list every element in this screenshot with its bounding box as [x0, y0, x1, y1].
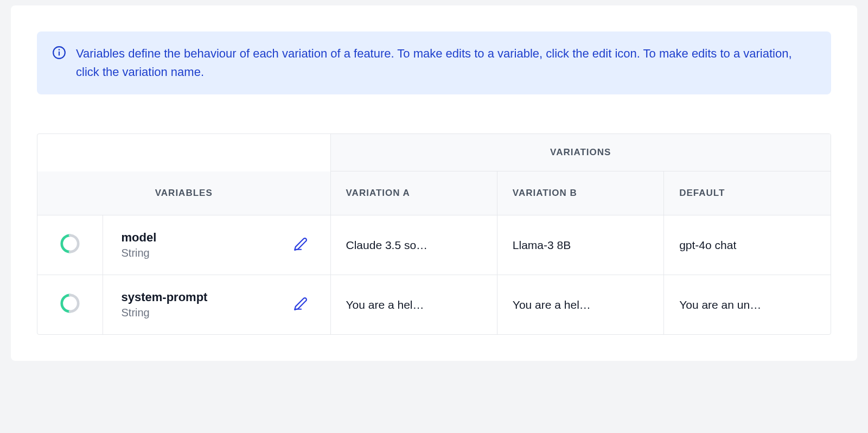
variable-type: String — [122, 247, 256, 259]
variable-value-variation-b[interactable]: You are a hel… — [497, 275, 663, 335]
svg-point-2 — [59, 49, 60, 50]
info-banner-text: Variables define the behaviour of each v… — [76, 44, 816, 81]
variable-name: system-prompt — [122, 290, 256, 304]
variable-type-icon-cell — [37, 275, 103, 335]
variations-group-header: VARIATIONS — [330, 134, 831, 171]
edit-variable-button[interactable] — [290, 294, 311, 316]
variable-type: String — [122, 307, 256, 319]
variable-type-icon-cell — [37, 215, 103, 275]
table-row: model String Clau — [37, 215, 831, 275]
variable-value-default[interactable]: You are an un… — [664, 275, 831, 335]
variable-name-cell: model String — [103, 215, 271, 275]
variable-name-cell: system-prompt String — [103, 275, 271, 335]
string-type-icon — [60, 233, 80, 257]
variables-header: VARIABLES — [37, 171, 330, 215]
variable-value-variation-a[interactable]: Claude 3.5 so… — [330, 215, 497, 275]
info-banner: Variables define the behaviour of each v… — [37, 31, 831, 94]
info-icon — [52, 46, 66, 62]
variables-table: VARIATIONS VARIABLES VARIATION A VARIATI… — [37, 133, 831, 335]
column-header-variation-b[interactable]: VARIATION B — [497, 171, 663, 215]
variable-value-variation-b[interactable]: Llama-3 8B — [497, 215, 663, 275]
variable-name: model — [122, 231, 256, 245]
table-row: system-prompt String — [37, 275, 831, 335]
variables-panel: Variables define the behaviour of each v… — [11, 5, 857, 361]
edit-variable-button[interactable] — [290, 234, 311, 256]
variable-value-variation-a[interactable]: You are a hel… — [330, 275, 497, 335]
string-type-icon — [60, 293, 80, 316]
variable-value-default[interactable]: gpt-4o chat — [664, 215, 831, 275]
column-header-variation-a[interactable]: VARIATION A — [330, 171, 497, 215]
column-header-default[interactable]: DEFAULT — [664, 171, 831, 215]
edit-icon — [293, 297, 308, 313]
edit-icon — [293, 237, 308, 253]
